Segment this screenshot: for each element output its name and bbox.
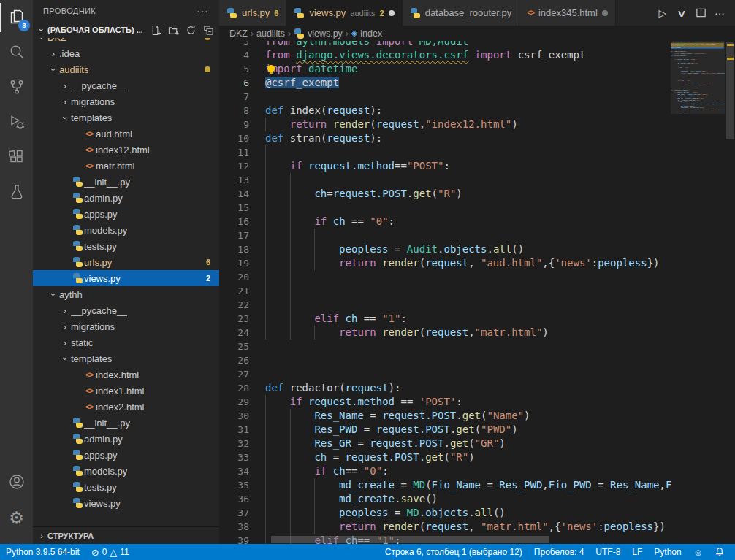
tree-item-static[interactable]: ›static	[33, 334, 219, 350]
code-line-11[interactable]: 11	[219, 145, 735, 159]
horizontal-scrollbar[interactable]	[219, 535, 671, 544]
breadcrumb-item-index[interactable]: ◈index	[351, 28, 382, 39]
new-file-icon[interactable]	[149, 23, 162, 37]
code-line-21[interactable]: 21	[219, 284, 735, 298]
tab-urls-py[interactable]: urls.py6	[219, 0, 286, 26]
status-eol[interactable]: LF	[626, 544, 648, 560]
code-line-30[interactable]: 30Res_Name = request.POST.get("Name")	[219, 409, 735, 423]
code-line-26[interactable]: 26	[219, 353, 735, 367]
code-line-15[interactable]: 15	[219, 201, 735, 215]
code-line-4[interactable]: 4from django.views.decorators.csrf impor…	[219, 48, 735, 62]
activity-item-account[interactable]	[0, 465, 33, 500]
code-line-24[interactable]: 24return render(request,"matr.html")	[219, 326, 735, 340]
code-line-38[interactable]: 38return render(request, "matr.html",{'n…	[219, 520, 735, 534]
code-line-25[interactable]: 25	[219, 340, 735, 353]
status-encoding[interactable]: UTF-8	[590, 544, 626, 560]
chevron-down-icon[interactable]: ∨	[671, 5, 693, 21]
code-line-19[interactable]: 19return render(request, "aud.html",{'ne…	[219, 256, 735, 270]
tree-item--init-py[interactable]: __init__.py	[33, 415, 219, 431]
code-line-18[interactable]: 18peopless = Audit.objects.all()	[219, 242, 735, 256]
explorer-more-icon[interactable]: ···	[197, 5, 209, 17]
code-line-8[interactable]: 8def index(request):	[219, 104, 735, 118]
tree-item-apps-py[interactable]: apps.py	[33, 206, 219, 222]
code-line-3[interactable]: 3from aythh.models import MD,Audit	[219, 41, 735, 48]
activity-item-explorer[interactable]: 3	[0, 0, 33, 35]
tree-item-templates[interactable]: ›templates	[33, 350, 219, 367]
tab-index345-html[interactable]: index345.html	[519, 0, 616, 26]
code-line-33[interactable]: 33ch = request.POST.get("R")	[219, 450, 735, 464]
code-line-20[interactable]: 20	[219, 270, 735, 284]
refresh-icon[interactable]	[184, 23, 197, 37]
tree-item--pycache-[interactable]: ›__pycache__	[33, 77, 219, 93]
tree-item-admin-py[interactable]: admin.py	[33, 431, 219, 447]
tree-item--init-py[interactable]: __init__.py	[33, 174, 219, 190]
code-line-9[interactable]: 9return render(request,"index12.html")	[219, 118, 735, 131]
code-line-36[interactable]: 36md_create.save()	[219, 492, 735, 506]
tree-item-views-py[interactable]: views.py	[33, 495, 219, 511]
collapse-all-icon[interactable]	[202, 23, 215, 37]
status-indentation[interactable]: Пробелов: 4	[528, 544, 590, 560]
tree-item-tests-py[interactable]: tests.py	[33, 238, 219, 254]
code-line-14[interactable]: 14ch=request.POST.get("R")	[219, 187, 735, 201]
tree-item-models-py[interactable]: models.py	[33, 222, 219, 238]
code-line-37[interactable]: 37peopless = MD.objects.all()	[219, 506, 735, 520]
breadcrumb-item-dkz[interactable]: DKZ	[229, 28, 248, 39]
outline-section-header[interactable]: › СТРУКТУРА	[33, 526, 219, 544]
code-line-28[interactable]: 28def redactor(request):	[219, 381, 735, 395]
code-line-34[interactable]: 34if ch== "0":	[219, 464, 735, 478]
tree-item-templates[interactable]: ›templates	[33, 110, 219, 126]
tree-item-migrations[interactable]: ›migrations	[33, 93, 219, 110]
tree-item-index2-html[interactable]: index2.html	[33, 399, 219, 415]
activity-item-run-debug[interactable]	[0, 105, 33, 140]
code-line-29[interactable]: 29if request.method == 'POST':	[219, 395, 735, 409]
code-line-35[interactable]: 35md_create = MD(Fio_Name = Res_PWD,Fio_…	[219, 478, 735, 492]
code-line-16[interactable]: 16if ch == "0":	[219, 215, 735, 229]
new-folder-icon[interactable]	[167, 23, 180, 37]
tree-item-matr-html[interactable]: matr.html	[33, 158, 219, 174]
tree-item--idea[interactable]: ›.idea	[33, 45, 219, 61]
status-python-version[interactable]: Python 3.9.5 64-bit	[0, 544, 85, 560]
workspace-section-header[interactable]: › (РАБОЧАЯ ОБЛАСТЬ) ...	[33, 22, 219, 38]
ellipsis-icon[interactable]: ···	[712, 5, 728, 21]
code-editor[interactable]: 3from aythh.models import MD,Audit4from …	[219, 41, 735, 544]
tree-item--pycache-[interactable]: ›__pycache__	[33, 302, 219, 318]
status-problems[interactable]: ⊘ 0 △ 11	[85, 544, 135, 560]
dirty-dot-icon[interactable]	[602, 10, 608, 16]
lightbulb-icon[interactable]	[267, 65, 275, 72]
tree-item-audiiits[interactable]: ›audiiits	[33, 61, 219, 77]
code-line-13[interactable]: 13	[219, 173, 735, 187]
tree-item-index-html[interactable]: index.html	[33, 367, 219, 383]
code-line-32[interactable]: 32Res_GR = request.POST.get("GR")	[219, 437, 735, 450]
vertical-scrollbar[interactable]	[725, 41, 735, 544]
code-line-23[interactable]: 23elif ch == "1":	[219, 312, 735, 326]
status-cursor-position[interactable]: Строка 6, столбец 1 (выбрано 12)	[379, 544, 528, 560]
dirty-dot-icon[interactable]	[389, 10, 395, 16]
breadcrumb-item-views-py[interactable]: views.py	[294, 28, 343, 39]
activity-item-settings[interactable]: ⚙	[0, 500, 33, 535]
code-line-31[interactable]: 31Res_PWD = request.POST.get("PWD")	[219, 423, 735, 437]
tree-item-index12-html[interactable]: index12.html	[33, 142, 219, 158]
tree-item-admin-py[interactable]: admin.py	[33, 190, 219, 206]
code-line-27[interactable]: 27	[219, 367, 735, 381]
activity-item-testing[interactable]	[0, 175, 33, 210]
split-editor-icon[interactable]	[693, 5, 709, 21]
notifications-bell-icon[interactable]	[709, 544, 731, 560]
status-language-mode[interactable]: Python	[648, 544, 687, 560]
tree-item-tests-py[interactable]: tests.py	[33, 479, 219, 495]
code-line-10[interactable]: 10def stran(request):	[219, 131, 735, 145]
tree-item-dkz[interactable]: ›DKZ	[33, 38, 219, 45]
tree-item-urls-py[interactable]: urls.py6	[33, 254, 219, 270]
code-line-12[interactable]: 12if request.method=="POST":	[219, 159, 735, 173]
code-line-6[interactable]: 6@csrf_exempt	[219, 76, 735, 90]
play-icon[interactable]: ▷	[655, 5, 671, 21]
activity-item-search[interactable]	[0, 35, 33, 70]
tree-item-migrations[interactable]: ›migrations	[33, 318, 219, 334]
code-line-22[interactable]: 22	[219, 298, 735, 312]
minimap[interactable]: from aythh.models import MD,Auditfrom dj…	[671, 41, 725, 544]
tab-views-py[interactable]: views.pyaudiiits2	[286, 0, 402, 26]
activity-item-extensions[interactable]	[0, 140, 33, 175]
code-line-7[interactable]: 7	[219, 90, 735, 104]
vertical-scrollbar-slider[interactable]	[726, 42, 734, 139]
tree-item-index1-html[interactable]: index1.html	[33, 383, 219, 399]
tree-item-models-py[interactable]: models.py	[33, 463, 219, 479]
